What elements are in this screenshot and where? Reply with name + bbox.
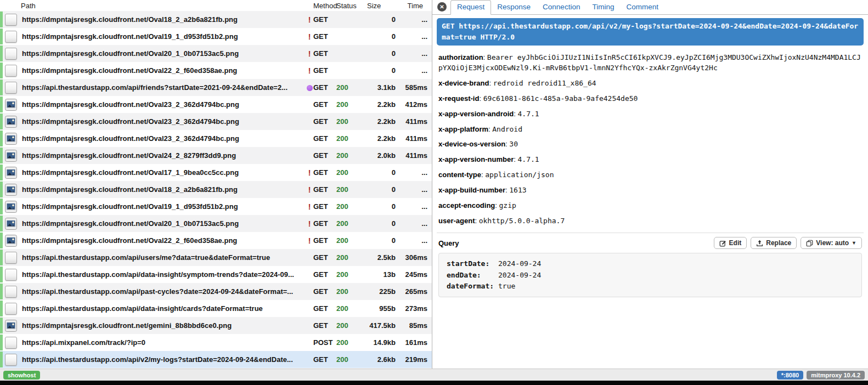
flow-size: 0 — [363, 66, 396, 75]
flow-time: 245ms — [396, 270, 432, 279]
flow-time: ... — [396, 236, 432, 245]
tab-comment[interactable]: Comment — [620, 1, 664, 14]
flow-flag — [306, 83, 313, 92]
flow-method: GET — [306, 270, 336, 279]
flow-row[interactable]: https://dmpntajsresgk.cloudfront.net/Ova… — [0, 215, 432, 232]
flow-time: 273ms — [396, 304, 432, 313]
replace-button[interactable]: Replace — [751, 237, 797, 249]
row-marker-strip — [0, 29, 3, 44]
flow-row[interactable]: https://api.thestardustapp.com/api/v2/my… — [0, 351, 432, 368]
row-marker-strip — [0, 301, 3, 316]
request-header-line: x-device-brand: redroid redroid11_x86_64 — [438, 78, 862, 89]
header-name: x-app-version-android — [438, 110, 514, 118]
flow-time: 411ms — [396, 117, 432, 126]
flow-row[interactable]: https://dmpntajsresgk.cloudfront.net/Ova… — [0, 232, 432, 249]
detail-content: GET https://api.thestardustapp.com/api/v… — [432, 15, 868, 369]
flow-row[interactable]: https://dmpntajsresgk.cloudfront.net/Ova… — [0, 96, 432, 113]
row-marker-strip — [0, 131, 3, 146]
flow-method: !GET — [306, 185, 336, 194]
header-colon: : — [475, 217, 478, 225]
flow-time: 161ms — [396, 338, 432, 347]
flow-path: https://dmpntajsresgk.cloudfront.net/Ova… — [22, 15, 306, 24]
flow-method: !GET — [306, 49, 336, 58]
flow-status: 200 — [336, 287, 363, 296]
query-params-box: startDate:2024-09-24endDate:2024-09-24da… — [438, 253, 862, 297]
header-name: user-agent — [438, 217, 475, 225]
tab-connection[interactable]: Connection — [537, 1, 586, 14]
edit-button[interactable]: Edit — [714, 237, 747, 249]
flow-method-label: GET — [313, 100, 328, 109]
flow-method-label: GET — [313, 151, 328, 160]
flow-row[interactable]: https://api.thestardustapp.com/api/frien… — [0, 79, 432, 96]
flow-method-label: GET — [313, 202, 328, 211]
image-icon — [5, 150, 17, 162]
flow-path: https://dmpntajsresgk.cloudfront.net/Ova… — [22, 202, 306, 211]
flow-row[interactable]: https://api.mixpanel.com/track/?ip=0POST… — [0, 334, 432, 351]
flow-method: GET — [306, 100, 336, 109]
flow-method: !GET — [306, 236, 336, 245]
header-value: 30 — [509, 140, 518, 148]
flow-time: ... — [396, 202, 432, 211]
flow-row[interactable]: https://dmpntajsresgk.cloudfront.net/Ova… — [0, 62, 432, 79]
flow-row[interactable]: https://dmpntajsresgk.cloudfront.net/Ova… — [0, 164, 432, 181]
flow-path: https://api.thestardustapp.com/api/data-… — [22, 270, 306, 279]
flow-row[interactable]: https://api.thestardustapp.com/api/users… — [0, 249, 432, 266]
flow-time: ... — [396, 219, 432, 228]
flow-row[interactable]: https://dmpntajsresgk.cloudfront.net/Ova… — [0, 45, 432, 62]
edit-icon — [719, 240, 726, 247]
flow-method-label: GET — [313, 287, 328, 296]
document-icon — [5, 65, 17, 77]
flow-row[interactable]: https://dmpntajsresgk.cloudfront.net/Ova… — [0, 147, 432, 164]
flow-status: 200 — [336, 83, 363, 92]
flow-method: GET — [306, 355, 336, 364]
flow-row[interactable]: https://api.thestardustapp.com/api/past-… — [0, 283, 432, 300]
flow-row[interactable]: https://dmpntajsresgk.cloudfront.net/Ova… — [0, 28, 432, 45]
tab-timing[interactable]: Timing — [586, 1, 620, 14]
flow-list-header: PathMethodStatusSizeTime — [0, 0, 432, 11]
flow-row[interactable]: https://dmpntajsresgk.cloudfront.net/Ova… — [0, 198, 432, 215]
error-icon: ! — [306, 32, 313, 41]
flow-row[interactable]: https://dmpntajsresgk.cloudfront.net/Ova… — [0, 181, 432, 198]
request-header-line: x-device-os-version: 30 — [438, 139, 862, 150]
header-name: x-device-brand — [438, 79, 489, 87]
row-marker-strip — [0, 80, 3, 95]
query-param-row: startDate:2024-09-24 — [447, 258, 854, 269]
flow-list-panel: PathMethodStatusSizeTime https://dmpntaj… — [0, 0, 432, 369]
tab-response[interactable]: Response — [491, 1, 537, 14]
flow-row[interactable]: https://api.thestardustapp.com/api/data-… — [0, 300, 432, 317]
header-value: gzip — [499, 201, 516, 210]
tab-request[interactable]: Request — [450, 0, 491, 15]
flow-size: 13b — [363, 270, 396, 279]
flow-method: POST — [306, 338, 336, 347]
query-param-value: 2024-09-24 — [498, 258, 541, 269]
flow-path: https://api.mixpanel.com/track/?ip=0 — [22, 338, 306, 347]
close-icon[interactable]: ✕ — [437, 2, 447, 12]
image-icon — [5, 235, 17, 247]
flow-time: 412ms — [396, 100, 432, 109]
flow-row[interactable]: https://dmpntajsresgk.cloudfront.net/Ova… — [0, 11, 432, 28]
flow-method-label: GET — [313, 66, 328, 75]
flow-row[interactable]: https://dmpntajsresgk.cloudfront.net/gem… — [0, 317, 432, 334]
row-marker-strip — [0, 267, 3, 282]
row-marker-strip — [0, 352, 3, 367]
flow-method-label: GET — [313, 83, 328, 92]
row-marker-strip — [0, 114, 3, 129]
flow-path: https://dmpntajsresgk.cloudfront.net/Ova… — [22, 100, 306, 109]
flow-size: 0 — [363, 168, 396, 177]
flow-method-label: GET — [313, 253, 328, 262]
error-icon: ! — [306, 168, 313, 177]
flow-row[interactable]: https://dmpntajsresgk.cloudfront.net/Ova… — [0, 130, 432, 147]
error-icon: ! — [306, 185, 313, 194]
flow-row[interactable]: https://dmpntajsresgk.cloudfront.net/Ova… — [0, 113, 432, 130]
flow-row[interactable]: https://api.thestardustapp.com/api/data-… — [0, 266, 432, 283]
flow-path: https://dmpntajsresgk.cloudfront.net/Ova… — [22, 185, 306, 194]
request-line[interactable]: GET https://api.thestardustapp.com/api/v… — [437, 18, 864, 46]
image-icon — [5, 116, 17, 128]
query-param-row: endDate:2024-09-24 — [447, 270, 854, 281]
flow-size: 2.2kb — [363, 134, 396, 143]
flow-method-label: GET — [313, 270, 328, 279]
view-auto-button[interactable]: View: auto▼ — [801, 237, 862, 249]
flow-method: GET — [306, 321, 336, 330]
document-icon — [5, 303, 17, 315]
row-marker-strip — [0, 97, 3, 112]
